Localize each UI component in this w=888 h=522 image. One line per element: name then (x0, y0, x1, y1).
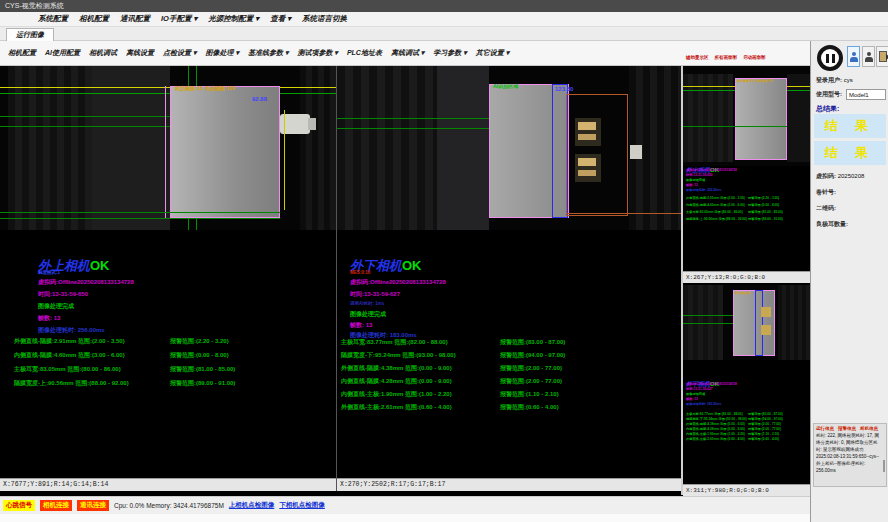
green-baseline (0, 93, 336, 94)
toolbar-offline-debug[interactable]: 离线调试 ▾ (391, 48, 424, 58)
menu-item-view[interactable]: 查看 ▾ (270, 14, 291, 24)
measurement-alarm: 报警范围:(89.00 - 91.00) (170, 379, 235, 388)
measurement-row: 外侧直线-主极:2.61mm 范围:(0.60 - 4.00)报警范围:(0.6… (341, 403, 452, 412)
yellow-baseline (0, 87, 336, 88)
login-user-value: cys (844, 77, 853, 83)
small-camera-image-1[interactable]: 固定阈值:93, 动态阈值:100 (683, 66, 810, 166)
toolbar-plc-table[interactable]: PLC地址表 (347, 48, 382, 58)
measurement-alarm: 报警范围:(2.00 - 77.00) (748, 427, 781, 431)
gold-contact (578, 158, 596, 166)
info-tabs: 运行信息 报警信息 相机信息 (814, 424, 886, 432)
toolbar-test-params[interactable]: 测试项参数 ▾ (297, 48, 337, 58)
lower-camera-check-link[interactable]: 下相机点检图像 (279, 501, 325, 510)
left-coord-bar: X:7677;Y:891;R:14;G:14;B:14 (0, 478, 336, 491)
measurement-text: 外侧直线-隔膜:2.91mm 范围:(2.00 - 3.50) (686, 196, 745, 200)
small1-frame-count: 帧数: 13 (686, 183, 698, 187)
mid-camera-image[interactable]: AI识别区域 123.80 (337, 66, 681, 230)
user-button[interactable] (847, 46, 860, 67)
measurement-text: 内侧直线-隔膜:4.28mm 范围:(0.00 - 9.00) (341, 378, 452, 384)
gold-contact (578, 170, 596, 176)
info-tab-run[interactable]: 运行信息 (816, 426, 834, 431)
bright-part (630, 145, 642, 159)
small-camera-image-2[interactable]: AI识别区域 (683, 285, 810, 360)
measurement-alarm: 报警范围:(0.60 - 4.00) (500, 403, 559, 412)
toolbar-baseline-params[interactable]: 基准线参数 ▾ (248, 48, 288, 58)
toolbar-learn-params[interactable]: 学习参数 ▾ (433, 48, 466, 58)
pause-button[interactable] (817, 45, 843, 71)
comm-connect-badge: 通讯连接 (77, 500, 109, 511)
menu-item-system-config[interactable]: 系统配置 (38, 14, 68, 24)
bottom-strip (0, 514, 810, 522)
measurement-row: 主极耳宽:83.77mm 范围:(82.00 - 88.00)报警范围:(83.… (341, 338, 448, 347)
status-bar: 心跳信号 相机连接 通讯连接 Cpu: 0.0% Memory: 3424.41… (0, 496, 810, 514)
toolbar-image-process[interactable]: 图像处理 ▾ (205, 48, 238, 58)
window-title: CYS-视觉检测系统 (5, 2, 64, 9)
measurement-row: 内侧直线-隔膜:4.28mm 范围:(0.00 - 9.00)报警范围:(2.0… (341, 377, 452, 386)
pause-icon (826, 54, 829, 63)
toolbar-check-setting[interactable]: 点检设置 ▾ (163, 48, 196, 58)
measurement-row: 内侧直线-主极:1.90mm 范围:(1.00 - 2.20)报警范围:(1.1… (686, 432, 745, 436)
status-ok: OK (90, 258, 110, 273)
measurement-text: 内侧直线-隔膜:4.60mm 范围:(3.00 - 6.00) (14, 352, 125, 358)
measurement-alarm: 报警范围:(0.00 - 8.00) (170, 351, 229, 360)
measurement-row: 主极耳宽:83.05mm 范围:(80.00 - 86.00)报警范围:(81.… (686, 210, 743, 214)
menu-item-light-config[interactable]: 光源控制配置 ▾ (208, 14, 259, 24)
measurement-row: 内侧直线-隔膜:4.60mm 范围:(3.00 - 6.00)报警范围:(0.0… (14, 351, 125, 360)
menu-item-comm-config[interactable]: 通讯配置 (120, 14, 150, 24)
green-line (0, 116, 170, 117)
mid-process-done: 图像处理完成 (350, 310, 386, 319)
left-process-done: 图像处理完成 (38, 302, 74, 311)
green-line (0, 126, 170, 127)
info-tab-camera[interactable]: 相机信息 (860, 426, 878, 431)
camera-connect-badge: 相机连接 (40, 500, 72, 511)
toolbar-ai-config[interactable]: AI使用配置 (45, 48, 80, 58)
toolbar-other-setting[interactable]: 其它设置 ▾ (476, 48, 509, 58)
aux-tab-display[interactable]: 辅助显示区 (686, 55, 709, 60)
machine-column-left (8, 66, 92, 230)
heartbeat-status-badge: 心跳信号 (3, 500, 35, 511)
tab-run-image[interactable]: 运行图像 (6, 28, 54, 41)
menu-item-language[interactable]: 系统语言切换 (302, 14, 347, 24)
exit-button[interactable] (876, 46, 888, 67)
pink-vline (165, 86, 166, 218)
upper-camera-check-link[interactable]: 上相机点检图像 (229, 501, 275, 510)
machine-column (787, 74, 810, 162)
toolbar-offline-setting[interactable]: 离线设置 (126, 48, 154, 58)
toolbar-camera-config[interactable]: 相机配置 (8, 48, 36, 58)
operator-button[interactable] (862, 46, 875, 67)
measurement-alarm: 报警范围:(1.10 - 2.10) (500, 390, 559, 399)
measurement-text: 内侧直线-主极:1.90mm 范围:(1.00 - 2.20) (341, 391, 452, 397)
machine-mid (92, 66, 170, 230)
machine-column (778, 285, 810, 360)
result-box-upper: 结 果 (814, 114, 886, 138)
small2-barcode: 虚拟码:Offline20250208133134728 (686, 382, 737, 386)
threshold-overlay-label: AI识别区域 (735, 291, 750, 295)
model-input[interactable]: Model1 (846, 89, 886, 100)
info-tab-alarm[interactable]: 报警信息 (838, 426, 856, 431)
machine-column-right (300, 66, 336, 230)
measurement-text: 隔膜宽度-下:95.24mm 范围:(93.00 - 98.00) (686, 417, 747, 421)
menu-item-camera-config[interactable]: 相机配置 (79, 14, 109, 24)
cpu-memory-readout: Cpu: 0.0% Memory: 3424.41796875M (114, 502, 224, 509)
measurement-alarm: 报警范围:(81.00 - 85.00) (170, 365, 235, 374)
info-scrollbar[interactable] (883, 460, 885, 472)
aux-tab-start-views[interactable]: 启动画面图 (743, 55, 766, 60)
toolbar-camera-debug[interactable]: 相机调试 (89, 48, 117, 58)
measurement-text: 内侧直线-隔膜:4.28mm 范围:(0.00 - 9.00) (686, 427, 745, 431)
menu-item-io-config[interactable]: IO手配置 ▾ (161, 14, 197, 24)
measurement-alarm: 报警范围:(0.00 - 8.00) (748, 203, 779, 207)
measurement-alarm: 报警范围:(2.00 - 77.00) (500, 377, 562, 386)
small2-coord-bar: X:311;Y:980;R:0;G:0;B:0 (683, 484, 810, 496)
small1-barcode: 虚拟码:Offline20250208133134728 (686, 168, 737, 172)
aux-tab-all-views[interactable]: 所有画面图 (715, 55, 738, 60)
threshold-overlay-label: 固定阈值:93, 动态阈值:100 (737, 79, 773, 83)
virtual-code-label: 虚拟码: 20250208 (816, 172, 864, 181)
menu-bar: 系统配置 相机配置 通讯配置 IO手配置 ▾ 光源控制配置 ▾ 查看 ▾ 系统语… (0, 12, 888, 27)
gold-contact (578, 134, 596, 140)
machine-column-left (337, 66, 437, 230)
measurement-alarm: 报警范围:(1.10 - 2.10) (748, 432, 779, 436)
app-window: CYS-视觉检测系统 C 系统配置 相机配置 通讯配置 IO手配置 ▾ 光源控制… (0, 0, 888, 522)
small1-elapsed: 图像处理耗时: 256.00ms (686, 188, 721, 192)
left-camera-image[interactable]: 固定阈值:93, 动态阈值:100 92.88 (0, 66, 336, 230)
exit-door-icon (879, 51, 887, 62)
